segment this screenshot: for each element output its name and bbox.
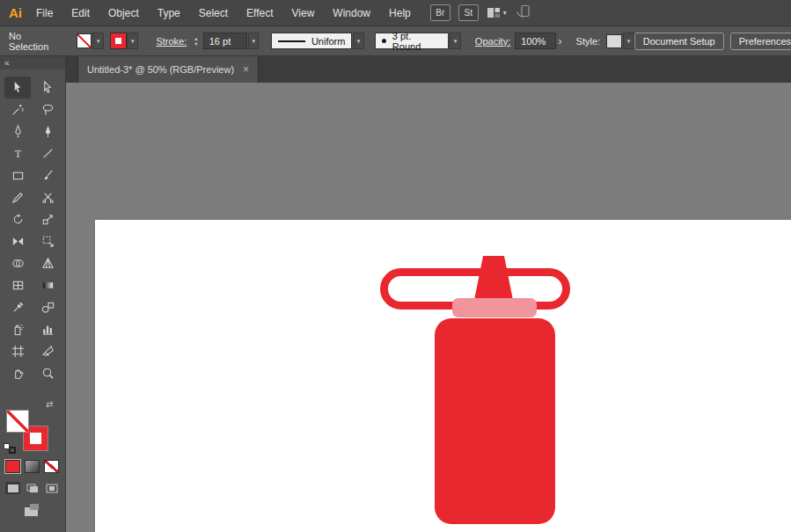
- default-fill-stroke-icon[interactable]: [4, 443, 17, 455]
- rotate-tool[interactable]: [4, 208, 31, 230]
- collapse-panel-icon[interactable]: «: [4, 58, 10, 68]
- stroke-weight-stepper[interactable]: ▴ ▾: [192, 36, 201, 47]
- uniform-line-icon: [278, 40, 304, 42]
- draw-normal-button[interactable]: [5, 482, 20, 494]
- menu-file[interactable]: File: [36, 7, 53, 19]
- tools-panel: « T ⇄: [0, 56, 66, 532]
- paintbrush-tool[interactable]: [34, 164, 61, 186]
- blend-tool[interactable]: [34, 296, 61, 318]
- chevron-down-icon: ▾: [503, 9, 507, 17]
- width-tool[interactable]: [4, 230, 31, 252]
- column-graph-tool[interactable]: [34, 318, 61, 340]
- pencil-tool[interactable]: [4, 186, 31, 208]
- line-segment-tool[interactable]: [34, 142, 61, 164]
- tool-grid: T: [0, 69, 65, 384]
- tab-close-icon[interactable]: ×: [243, 63, 249, 76]
- menu-object[interactable]: Object: [108, 7, 139, 19]
- menu-edit[interactable]: Edit: [71, 7, 90, 19]
- workspace-layout-icon: [487, 6, 501, 19]
- opacity-submenu-icon[interactable]: ›: [559, 35, 562, 47]
- mesh-tool[interactable]: [4, 274, 31, 296]
- stroke-weight-field[interactable]: 16 pt: [203, 33, 247, 49]
- stepper-down-icon[interactable]: ▾: [192, 41, 201, 47]
- style-dropdown-button[interactable]: ▾: [623, 33, 634, 49]
- swap-fill-stroke-icon[interactable]: ⇄: [46, 399, 53, 409]
- bridge-button[interactable]: Br: [430, 4, 450, 21]
- free-transform-tool[interactable]: [34, 230, 61, 252]
- fill-swatch-none[interactable]: [77, 33, 92, 48]
- style-swatch[interactable]: [606, 34, 622, 48]
- menu-bar: Ai FileEditObjectTypeSelectEffectViewWin…: [0, 0, 791, 26]
- app-logo-icon[interactable]: Ai: [9, 5, 22, 20]
- quick-buttons: Br St ▾: [430, 4, 531, 22]
- selection-tool[interactable]: [4, 77, 31, 98]
- width-profile-field[interactable]: Uniform: [271, 33, 352, 49]
- preferences-button[interactable]: Preferences: [730, 33, 791, 50]
- stroke-weight-label: Stroke:: [156, 36, 187, 47]
- stroke-color-control: ▾: [111, 33, 138, 49]
- default-stroke-chip: [9, 447, 16, 454]
- default-fill-chip: [4, 443, 10, 449]
- slice-tool[interactable]: [34, 340, 61, 362]
- document-setup-button[interactable]: Document Setup: [634, 33, 724, 50]
- curvature-tool[interactable]: [4, 120, 31, 142]
- menu-help[interactable]: Help: [389, 7, 411, 19]
- direct-selection-tool[interactable]: [34, 77, 61, 98]
- artboard-tool[interactable]: [4, 340, 31, 362]
- document-tab[interactable]: Untitled-3* @ 50% (RGB/Preview) ×: [77, 56, 259, 83]
- brush-field[interactable]: 3 pt. Round: [375, 33, 450, 49]
- illustrator-app: Ai FileEditObjectTypeSelectEffectViewWin…: [0, 0, 791, 532]
- magic-wand-tool[interactable]: [4, 98, 31, 120]
- stock-button[interactable]: St: [458, 4, 479, 21]
- opacity-field[interactable]: 100%: [515, 33, 555, 49]
- draw-inside-button[interactable]: [44, 482, 59, 494]
- canvas-area[interactable]: [67, 83, 791, 532]
- symbol-sprayer-tool[interactable]: [4, 318, 31, 340]
- width-profile-dropdown-button[interactable]: ▾: [353, 33, 363, 49]
- none-button[interactable]: [44, 460, 59, 473]
- scale-tool[interactable]: [34, 208, 61, 230]
- bottle-body-shape[interactable]: [435, 318, 555, 524]
- menu-window[interactable]: Window: [333, 7, 370, 19]
- panel-collapse-header[interactable]: «: [0, 56, 65, 69]
- pen-tool[interactable]: [34, 120, 61, 142]
- control-bar: No Selection ▾ ▾ Stroke: ▴ ▾ 16 pt ▾ Uni…: [0, 26, 791, 56]
- hand-tool[interactable]: [4, 362, 31, 384]
- lasso-tool[interactable]: [34, 98, 61, 120]
- eyedropper-tool[interactable]: [4, 296, 31, 318]
- stroke-swatch-red[interactable]: [111, 33, 126, 48]
- artboard[interactable]: [95, 220, 791, 532]
- device-preview-icon[interactable]: [515, 4, 531, 22]
- draw-behind-button[interactable]: [25, 482, 40, 494]
- shape-builder-tool[interactable]: [4, 252, 31, 274]
- brush-dropdown-button[interactable]: ▾: [450, 33, 460, 49]
- gradient-tool[interactable]: [34, 274, 61, 296]
- opacity-label[interactable]: Opacity:: [475, 36, 510, 47]
- style-label: Style:: [576, 36, 601, 47]
- gradient-button[interactable]: [25, 460, 40, 473]
- stroke-dropdown-button[interactable]: ▾: [127, 33, 138, 49]
- workspace-switcher[interactable]: ▾: [487, 6, 507, 19]
- menu-view[interactable]: View: [292, 7, 315, 19]
- zoom-tool[interactable]: [34, 362, 61, 384]
- document-tab-bar: Untitled-3* @ 50% (RGB/Preview) ×: [66, 56, 791, 83]
- rectangle-tool[interactable]: [4, 164, 31, 186]
- document-tab-title: Untitled-3* @ 50% (RGB/Preview): [87, 64, 234, 75]
- fill-dropdown-button[interactable]: ▾: [92, 33, 104, 49]
- bottle-cap-band-shape[interactable]: [452, 298, 537, 317]
- menu-select[interactable]: Select: [199, 7, 228, 19]
- menu-list: FileEditObjectTypeSelectEffectViewWindow…: [36, 7, 411, 19]
- menu-effect[interactable]: Effect: [246, 7, 273, 19]
- selection-status: No Selection: [9, 31, 61, 52]
- menu-type[interactable]: Type: [157, 7, 180, 19]
- fill-proxy-none[interactable]: [6, 410, 29, 433]
- type-tool[interactable]: T: [4, 142, 31, 164]
- scissors-tool[interactable]: [34, 186, 61, 208]
- fill-color-control: ▾: [77, 33, 104, 49]
- brush-value: 3 pt. Round: [392, 31, 443, 52]
- color-button[interactable]: [5, 460, 20, 473]
- screen-mode-button[interactable]: [21, 502, 44, 518]
- stroke-weight-dropdown-button[interactable]: ▾: [248, 33, 259, 49]
- perspective-grid-tool[interactable]: [34, 252, 61, 274]
- svg-text:T: T: [14, 148, 21, 160]
